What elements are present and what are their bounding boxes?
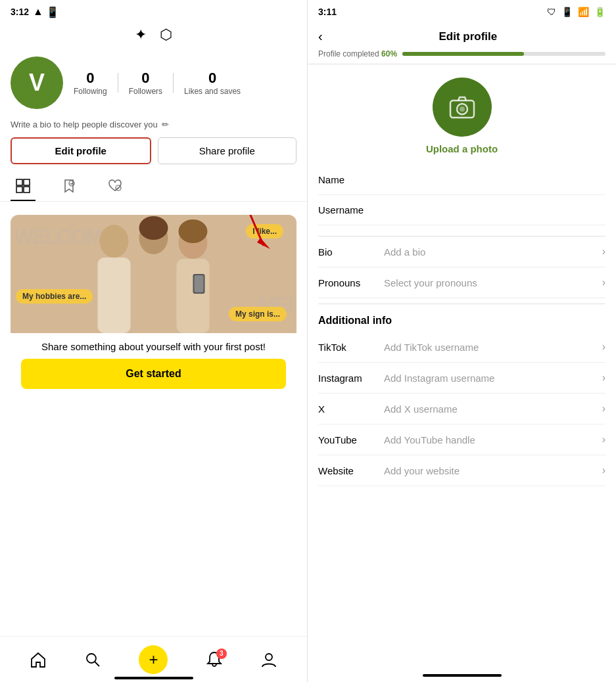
tab-heart[interactable] [103,172,128,201]
pronouns-placeholder[interactable]: Select your pronouns [384,277,597,288]
edit-profile-button[interactable]: Edit profile [11,137,151,164]
form-row-username[interactable]: Username [318,195,605,225]
edit-profile-title: Edit profile [331,30,605,43]
add-icon: + [149,650,158,669]
top-icons-row: ✦ ⬡ [0,24,307,49]
tab-bookmark[interactable] [57,172,82,201]
share-profile-button[interactable]: Share profile [158,137,297,164]
search-icon [84,651,101,668]
svg-point-4 [69,181,74,186]
buttons-row: Edit profile Share profile [0,137,307,172]
get-started-button[interactable]: Get started [21,359,286,389]
signal-icon: ▲ [33,6,43,18]
settings-hexagon-icon[interactable]: ⬡ [160,26,172,43]
instagram-chevron: › [602,372,605,384]
following-count: 0 [86,70,94,87]
pronouns-label: Pronouns [318,277,384,288]
bio-hint-text: Write a bio to help people discover you [11,120,158,129]
form-row-pronouns[interactable]: Pronouns Select your pronouns › [318,267,605,298]
status-icons-left: ▲ 📱 [33,6,59,18]
x-placeholder[interactable]: Add X username [384,403,597,415]
profile-nav-icon [260,651,277,668]
form-row-website[interactable]: Website Add your website › [318,455,605,486]
avatar-letter: V [29,69,45,97]
svg-rect-0 [16,179,22,185]
stat-followers[interactable]: 0 Followers [118,70,173,96]
followers-count: 0 [141,70,149,87]
tab-grid[interactable] [11,172,36,201]
additional-info-title: Additional info [318,304,605,332]
svg-rect-11 [177,259,210,333]
svg-rect-9 [137,254,170,333]
stat-likes[interactable]: 0 Likes and saves [174,70,251,96]
profile-section: V 0 Following 0 Followers 0 Likes and sa… [0,49,307,117]
promo-image: WELCOME ME! I like... My [11,215,296,333]
bottom-nav: + 3 [0,636,307,682]
shield-icon: 🛡 [547,7,556,17]
name-label: Name [318,174,384,185]
bio-hint[interactable]: Write a bio to help people discover you … [0,117,307,137]
form-row-tiktok[interactable]: TikTok Add TikTok username › [318,332,605,363]
home-indicator-right [423,674,502,677]
nav-profile[interactable] [260,651,277,668]
tiktok-chevron: › [602,341,605,353]
camera-icon [449,95,475,119]
form-row-name[interactable]: Name [318,165,605,195]
following-label: Following [74,87,107,96]
nav-add-button[interactable]: + [139,645,168,674]
sparkles-icon[interactable]: ✦ [135,26,147,43]
progress-percentage: 60% [381,49,397,58]
bubble-hobbies: My hobbies are... [16,289,93,304]
website-label: Website [318,465,384,476]
svg-rect-3 [24,187,30,193]
upload-photo-section[interactable]: Upload a photo [308,64,616,165]
progress-bar-fill [402,52,524,56]
nav-notifications[interactable]: 3 [206,651,223,668]
notification-badge: 3 [216,648,227,659]
form-row-x[interactable]: X Add X username › [318,394,605,424]
youtube-label: YouTube [318,434,384,445]
pronouns-chevron: › [602,277,605,288]
svg-rect-1 [24,179,30,185]
left-panel: 3:12 ▲ 📱 ✦ ⬡ V 0 Following 0 Followers [0,0,308,682]
status-bar-left: 3:12 ▲ 📱 [0,0,307,24]
bio-label: Bio [318,246,384,258]
form-row-youtube[interactable]: YouTube Add YouTube handle › [318,424,605,455]
upload-photo-label[interactable]: Upload a photo [426,143,498,154]
heart-icon [108,179,122,193]
followers-label: Followers [129,87,162,96]
form-row-instagram[interactable]: Instagram Add Instagram username › [318,363,605,394]
website-placeholder[interactable]: Add your website [384,465,597,476]
avatar[interactable]: V [11,57,63,109]
tab-icons-row [0,172,307,202]
svg-point-6 [100,225,129,258]
back-button[interactable]: ‹ [318,29,323,44]
likes-label: Likes and saves [184,87,241,96]
tiktok-label: TikTok [318,342,384,353]
nav-home[interactable] [30,651,47,668]
nav-search[interactable] [84,651,101,668]
edit-profile-header: ‹ Edit profile [308,24,616,47]
svg-rect-2 [16,187,22,193]
youtube-chevron: › [602,434,605,445]
website-chevron: › [602,465,605,476]
youtube-placeholder[interactable]: Add YouTube handle [384,434,597,445]
instagram-placeholder[interactable]: Add Instagram username [384,373,597,384]
x-label: X [318,403,384,415]
progress-row: Profile completed 60% [308,47,616,64]
home-icon [30,651,47,668]
time-left: 3:12 [11,7,29,17]
battery-icon: 🔋 [594,7,605,17]
stat-following[interactable]: 0 Following [74,70,118,96]
progress-label: Profile completed 60% [318,49,397,58]
bio-placeholder[interactable]: Add a bio [384,246,597,258]
wifi-icon: 📶 [578,7,589,17]
x-chevron: › [602,403,605,415]
status-bar-right: 3:11 🛡 📱 📶 🔋 [308,0,616,24]
right-panel: 3:11 🛡 📱 📶 🔋 ‹ Edit profile Profile comp… [308,0,616,682]
form-row-bio[interactable]: Bio Add a bio › [318,237,605,267]
phone-icon: 📱 [46,6,59,18]
bio-chevron: › [602,246,605,258]
tiktok-placeholder[interactable]: Add TikTok username [384,342,597,353]
upload-photo-button[interactable] [433,78,492,137]
